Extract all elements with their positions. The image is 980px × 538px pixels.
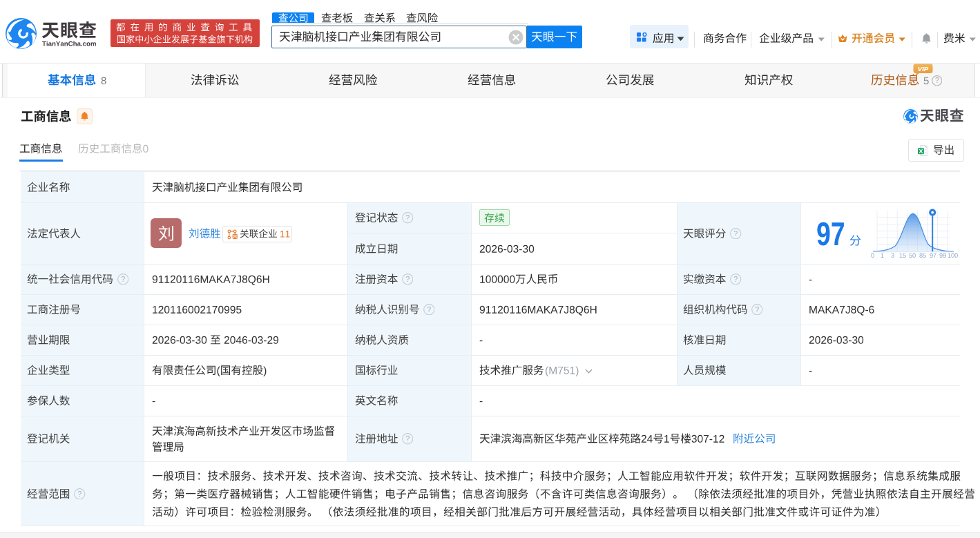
svg-text:VIP: VIP [917, 65, 928, 73]
svg-text:?: ? [427, 305, 431, 314]
svg-text:?: ? [405, 275, 410, 283]
svg-text:?: ? [121, 275, 125, 283]
svg-text:?: ? [405, 213, 410, 222]
svg-text:?: ? [77, 490, 81, 498]
svg-text:?: ? [756, 305, 760, 314]
svg-text:?: ? [405, 434, 410, 443]
svg-text:?: ? [934, 77, 939, 84]
svg-text:?: ? [733, 275, 738, 283]
svg-text:?: ? [733, 229, 738, 238]
